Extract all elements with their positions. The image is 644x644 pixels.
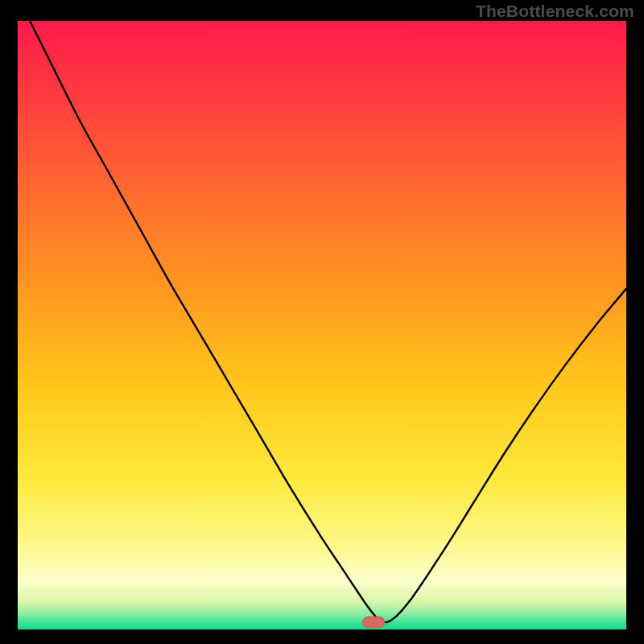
- attribution-text: TheBottleneck.com: [476, 2, 634, 21]
- bottleneck-chart: [18, 21, 626, 630]
- optimal-marker: [363, 617, 385, 628]
- chart-frame: TheBottleneck.com: [0, 0, 644, 644]
